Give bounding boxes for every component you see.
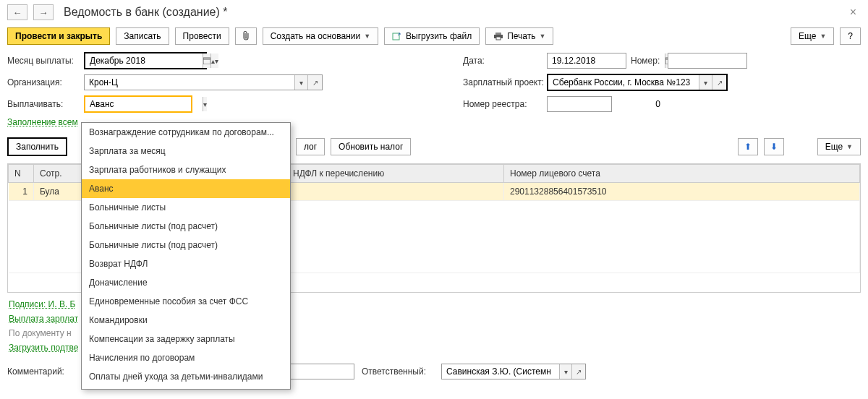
svg-rect-4: [203, 58, 210, 64]
calendar-icon[interactable]: [203, 53, 210, 68]
paperclip-icon: [242, 31, 250, 41]
number-label: Номер:: [631, 56, 663, 66]
create-based-button[interactable]: Создать на основании ▼: [263, 27, 378, 45]
chevron-down-icon[interactable]: ▾: [203, 97, 207, 111]
dropdown-item[interactable]: Командировки: [82, 311, 290, 330]
open-icon[interactable]: ↗: [571, 364, 585, 379]
date-input-wrap[interactable]: [547, 53, 626, 69]
registry-label: Номер реестра:: [463, 99, 542, 109]
org-input-wrap[interactable]: ▾ ↗: [84, 74, 323, 90]
stepper-icon[interactable]: ▴▾: [210, 53, 218, 68]
open-icon[interactable]: ↗: [712, 75, 726, 90]
close-icon[interactable]: ×: [846, 6, 861, 19]
comment-label: Комментарий:: [7, 366, 80, 377]
pay-label: Выплачивать:: [7, 99, 80, 109]
pay-input[interactable]: [85, 97, 203, 111]
save-button[interactable]: Записать: [116, 27, 169, 45]
dropdown-item[interactable]: Больничные листы: [82, 198, 290, 217]
open-icon[interactable]: ↗: [307, 75, 322, 90]
chevron-down-icon[interactable]: ▾: [699, 75, 712, 90]
chevron-down-icon: ▼: [540, 33, 546, 40]
cell-n: 1: [9, 183, 34, 201]
page-title: Ведомость в банк (создание) *: [59, 6, 840, 19]
more-label: Еще: [799, 31, 816, 41]
number-input[interactable]: [668, 53, 786, 68]
project-input-wrap[interactable]: ▾ ↗: [547, 74, 728, 91]
dropdown-item[interactable]: Больничные листы (под расчет): [82, 217, 290, 236]
dropdown-item[interactable]: Начисления по договорам: [82, 348, 290, 367]
dropdown-item[interactable]: Аванс: [82, 179, 290, 198]
fill-button[interactable]: Заполнить: [7, 137, 67, 156]
col-account[interactable]: Номер лицевого счета: [504, 165, 860, 183]
svg-rect-1: [495, 33, 501, 35]
export-icon: [392, 32, 402, 40]
run-button[interactable]: Провести: [175, 27, 229, 45]
cell-employee[interactable]: Була: [34, 183, 85, 201]
help-button[interactable]: ?: [840, 27, 861, 45]
chevron-down-icon: ▼: [364, 33, 370, 40]
nav-forward-button[interactable]: →: [33, 4, 54, 20]
dropdown-item[interactable]: Компенсации за задержку зарплаты: [82, 330, 290, 348]
dropdown-item[interactable]: Больничные листы (под расчет): [82, 236, 290, 254]
chevron-down-icon: ▼: [846, 143, 853, 150]
log-button[interactable]: лог: [296, 138, 325, 155]
col-n[interactable]: N: [9, 165, 34, 183]
signatures-link[interactable]: Подписи: И. В. Б: [9, 299, 75, 309]
move-up-button[interactable]: ⬆: [738, 138, 758, 155]
org-input[interactable]: [85, 75, 294, 90]
date-label: Дата:: [463, 56, 542, 66]
dropdown-item[interactable]: Вознаграждение сотрудникам по договорам.…: [82, 123, 290, 142]
dropdown-item[interactable]: Оплаты дней ухода за детьми-инвалидами: [82, 367, 290, 386]
chevron-down-icon: ▼: [820, 33, 826, 40]
registry-input-wrap[interactable]: [547, 96, 612, 112]
responsible-input[interactable]: [442, 364, 559, 379]
cell-account[interactable]: 29011328856401573510: [504, 183, 860, 201]
chevron-down-icon[interactable]: ▾: [559, 364, 571, 379]
month-input[interactable]: [85, 53, 203, 68]
col-employee[interactable]: Сотр.: [34, 165, 85, 183]
table-more-button[interactable]: Еще ▼: [817, 138, 861, 155]
number-input-wrap[interactable]: [668, 53, 747, 69]
dropdown-item[interactable]: Возврат НДФЛ: [82, 254, 290, 273]
pay-select[interactable]: ▾: [84, 95, 192, 113]
svg-rect-0: [393, 33, 399, 40]
month-label: Месяц выплаты:: [7, 56, 80, 66]
table-more-label: Еще: [825, 142, 843, 152]
project-input[interactable]: [548, 75, 699, 90]
svg-rect-3: [496, 37, 501, 40]
fill-all-link[interactable]: Заполнение всем: [7, 117, 78, 127]
month-input-wrap[interactable]: ▴▾: [84, 52, 207, 69]
org-label: Организация:: [7, 77, 80, 87]
more-button[interactable]: Еще ▼: [791, 27, 834, 45]
pay-type-dropdown[interactable]: Вознаграждение сотрудникам по договорам.…: [81, 122, 291, 387]
dropdown-item[interactable]: Зарплата за месяц: [82, 142, 290, 160]
registry-input[interactable]: [548, 97, 665, 111]
attach-button[interactable]: [235, 27, 257, 45]
chevron-down-icon[interactable]: ▾: [294, 75, 307, 90]
nav-back-button[interactable]: ←: [7, 4, 27, 20]
print-button[interactable]: Печать ▼: [485, 27, 553, 45]
printer-icon: [493, 32, 503, 40]
responsible-label: Ответственный:: [362, 366, 434, 377]
responsible-input-wrap[interactable]: ▾ ↗: [441, 364, 586, 379]
dropdown-item[interactable]: Отпуска: [82, 386, 290, 387]
payout-link[interactable]: Выплата зарплат: [9, 314, 78, 324]
export-file-label: Выгрузить файл: [406, 31, 472, 41]
create-based-label: Создать на основании: [271, 31, 361, 41]
project-label: Зарплатный проект:: [463, 77, 542, 87]
update-tax-button[interactable]: Обновить налог: [331, 138, 411, 155]
col-tax[interactable]: НДФЛ к перечислению: [287, 165, 504, 183]
dropdown-item[interactable]: Зарплата работников и служащих: [82, 160, 290, 179]
move-down-button[interactable]: ⬇: [764, 138, 784, 155]
dropdown-item[interactable]: Доначисление: [82, 273, 290, 292]
export-file-button[interactable]: Выгрузить файл: [384, 27, 480, 45]
cell-tax[interactable]: [287, 183, 504, 201]
dropdown-item[interactable]: Единовременные пособия за счет ФСС: [82, 292, 290, 311]
run-and-close-button[interactable]: Провести и закрыть: [7, 27, 110, 45]
print-label: Печать: [507, 31, 535, 41]
load-confirmation-link[interactable]: Загрузить подтве: [9, 343, 78, 353]
